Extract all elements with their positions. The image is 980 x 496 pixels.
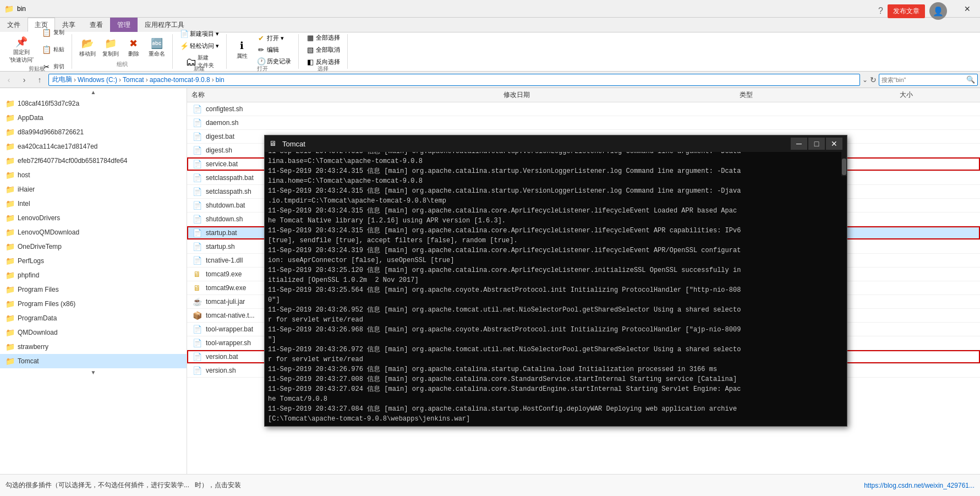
delete-icon: ✖ [127,37,140,50]
console-line: 0"] [268,295,844,305]
sidebar-item-lenovodrivers[interactable]: 📁 LenovoDrivers [0,211,187,225]
sidebar-item-ihaier[interactable]: 📁 iHaier [0,182,187,197]
sidebar-item-lenovoqm[interactable]: 📁 LenovoQMDownload [0,225,187,239]
easy-access-button[interactable]: ⚡ 轻松访问 ▾ [177,40,222,51]
folder-icon-perflogs: 📁 [4,255,15,266]
invert-select-icon: ◧ [306,57,315,66]
console-line: [C:\Tomcat\apache-tomcat-9.0.8\webapps\j… [268,414,844,424]
ribbon-group-new: 📄 新建项目 ▾ ⚡ 轻松访问 ▾ 🗂 新建文件夹 新建 [173,34,227,69]
file-row-configtest[interactable]: 📄 configtest.sh [187,102,980,116]
publish-button[interactable]: 发布文章 [888,4,925,18]
file-row-daemon[interactable]: 📄 daemon.sh [187,116,980,130]
refresh-btn[interactable]: ↻ [870,75,877,84]
sidebar-item-ea420c[interactable]: 📁 ea420ca114cae17d8147ed [0,139,187,154]
copy-icon: 📋 [40,26,53,39]
select-all-button[interactable]: ▦ 全部选择 [303,32,343,43]
sidebar-item-programfilesx86[interactable]: 📁 Program Files (x86) [0,297,187,311]
sidebar-item-qmdownload[interactable]: 📁 QMDownload [0,325,187,340]
file-icon-tool-wrapper-bat: 📄 [191,324,202,335]
pin-label: 固定到'快速访问' [9,48,34,64]
col-size[interactable]: 大小 [895,90,980,100]
sidebar-item-host[interactable]: 📁 host [0,168,187,182]
sidebar-item-programdata[interactable]: 📁 ProgramData [0,311,187,325]
sidebar-item-d8a994[interactable]: 📁 d8a994d966b8726621 [0,125,187,139]
col-date[interactable]: 修改日期 [499,90,735,100]
rename-button[interactable]: 🔤 重命名 [146,35,168,59]
sidebar-label-programdata: ProgramData [18,314,57,322]
sidebar-item-intel[interactable]: 📁 Intel [0,197,187,211]
address-path[interactable]: 此电脑 › Windows (C:) › Tomcat › apache-tom… [48,74,860,86]
sidebar-item-108caf[interactable]: 📁 108caf416f53d7c92a [0,96,187,111]
select-group-title: 选择 [317,65,329,73]
path-tomcat9[interactable]: apache-tomcat-9.0.8 [150,76,210,84]
file-icon-service-bat: 📄 [191,159,202,170]
rename-label: 重命名 [149,50,165,58]
path-tomcat[interactable]: Tomcat [123,76,144,84]
sidebar-item-phpfind[interactable]: 📁 phpfind [0,268,187,282]
file-icon-tomcat9exe: 🖥 [191,269,202,280]
console-title-icon: 🖥 [269,139,278,148]
ribbon-group-open: ℹ 属性 ✔ 打开 ▾ ✏ 编辑 🕐 历史记录 打开 [227,34,299,69]
console-title-bar: 🖥 Tomcat ─ □ ✕ [265,135,847,152]
console-body: re.endorsed.dirs=11-Sep-2019 20:43:24.31… [265,152,847,426]
console-line: 11-Sep-2019 20:43:25.120 信息 [main] org.a… [268,265,844,275]
copy-to-button[interactable]: 📁 复制到 [100,35,122,59]
file-icon-digest-bat: 📄 [191,131,202,142]
ribbon-content: 📌 固定到'快速访问' 📋 复制 📋 粘贴 ✂ 剪切 剪贴板 [0,32,980,72]
search-box[interactable]: 🔍 [879,74,978,86]
folder-icon-lenovodrivers: 📁 [4,212,15,224]
sidebar-item-tomcat[interactable]: 📁 Tomcat [0,354,187,368]
paste-button[interactable]: 📋 粘贴 [37,41,67,58]
search-input[interactable] [882,77,964,83]
sidebar-item-efeb72[interactable]: 📁 efeb72f64077b4cf00db6581784dfe64 [0,154,187,168]
sidebar-label-qmdownload: QMDownload [18,329,58,336]
file-icon-tomcat-native: 📦 [191,310,202,321]
properties-icon: ℹ [236,39,249,52]
forward-btn[interactable]: › [18,73,31,86]
sidebar-item-onedrivetemp[interactable]: 📁 OneDriveTemp [0,239,187,254]
up-btn[interactable]: ↑ [33,73,46,86]
path-bin[interactable]: bin [216,76,225,84]
open-group-title: 打开 [257,65,268,73]
tab-manage[interactable]: 管理 [110,18,138,32]
console-title-text: Tomcat [282,140,786,148]
sidebar-item-strawberry[interactable]: 📁 strawberry [0,340,187,354]
copy-button[interactable]: 📋 复制 [37,24,67,41]
tab-view[interactable]: 查看 [83,18,110,32]
sidebar-item-programfiles[interactable]: 📁 Program Files [0,282,187,297]
select-none-icon: ▧ [306,45,315,54]
properties-button[interactable]: ℹ 属性 [231,37,253,62]
easy-access-icon: ⚡ [180,41,189,50]
path-computer[interactable]: 此电脑 [52,75,72,84]
console-line: 11-Sep-2019 20:43:24.315 信息 [main] org.a… [268,166,844,176]
move-button[interactable]: 📂 移动到 [76,35,98,59]
tab-file[interactable]: 文件 [0,18,28,32]
sidebar-item-perflogs[interactable]: 📁 PerfLogs [0,254,187,268]
edit-button[interactable]: ✏ 编辑 [254,44,294,55]
console-line: 11-Sep-2019 20:43:27.024 信息 [main] org.a… [268,384,844,394]
dropdown-icon[interactable]: ⌄ [862,76,868,84]
pin-icon: 📌 [15,35,28,48]
path-c[interactable]: Windows (C:) [78,76,117,84]
pin-button[interactable]: 📌 固定到'快速访问' [7,34,36,66]
sidebar-item-appdata[interactable]: 📁 AppData [0,111,187,125]
console-minimize-btn[interactable]: ─ [791,138,807,150]
console-maximize-btn[interactable]: □ [808,138,825,150]
back-btn[interactable]: ‹ [2,73,15,86]
open-button[interactable]: ✔ 打开 ▾ [254,32,294,43]
select-none-button[interactable]: ▧ 全部取消 [303,44,343,55]
delete-button[interactable]: ✖ 删除 [123,35,145,59]
console-line: he Tomcat/9.0.8 [268,394,844,404]
delete-label: 删除 [128,50,139,58]
close-btn[interactable]: ✕ [955,0,980,18]
col-name[interactable]: 名称 [187,90,499,100]
sidebar-label-onedrivetemp: OneDriveTemp [18,243,62,250]
organize-group-title: 组织 [117,61,128,68]
console-close-btn[interactable]: ✕ [826,138,842,150]
bottom-link[interactable]: https://blog.csdn.net/weixin_429761... [864,482,974,489]
console-line: 11-Sep-2019 20:43:24.315 信息 [main] org.a… [268,152,844,156]
folder-icon-programfilesx86: 📁 [4,298,15,309]
col-type[interactable]: 类型 [735,90,895,100]
window-title: bin [17,5,904,13]
sidebar-label-perflogs: PerfLogs [18,257,44,265]
